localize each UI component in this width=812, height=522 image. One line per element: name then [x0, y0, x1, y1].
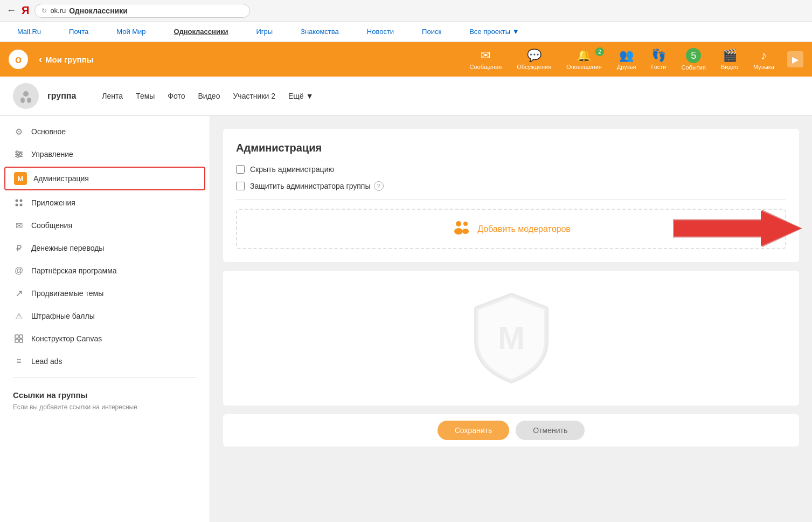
refresh-icon[interactable]: ↻	[41, 7, 47, 15]
my-groups-nav[interactable]: ‹ Мои группы	[39, 54, 94, 65]
discussions-label: Обсуждения	[517, 64, 551, 70]
notifications-icon-item[interactable]: 🔔 2 Оповещения	[560, 46, 608, 72]
tab-temy[interactable]: Темы	[136, 92, 155, 100]
sidebar-label-promoted: Продвигаемые темы	[31, 289, 103, 298]
nav-moimir[interactable]: Мой Мир	[108, 22, 154, 42]
moderators-group-icon	[452, 219, 471, 238]
url-site-name: Одноклассники	[69, 6, 128, 15]
main-layout: ⚙ Основное Управление M Администрация	[0, 116, 812, 522]
moderators-section: Добавить модераторов	[236, 209, 786, 249]
list-icon: ≡	[13, 355, 25, 367]
group-header: группа Лента Темы Фото Видео Участники 2…	[0, 77, 812, 116]
svg-marker-22	[674, 210, 801, 246]
svg-point-6	[16, 151, 18, 153]
sidebar-label-partner: Партнёрская программа	[31, 266, 117, 275]
save-button[interactable]: Сохранить	[438, 421, 510, 440]
nav-igry[interactable]: Игры	[247, 22, 281, 42]
more-label: Ещё	[288, 92, 304, 100]
envelope-icon: ✉	[13, 219, 25, 231]
messages-label: Сообщения	[469, 64, 502, 70]
cancel-button[interactable]: Отменить	[516, 421, 585, 440]
sidebar-links-section: Ссылки на группы Если вы добавите ссылки…	[0, 382, 210, 416]
friends-label: Друзья	[617, 64, 636, 70]
tab-video[interactable]: Видео	[198, 92, 220, 100]
nav-pochta[interactable]: Почта	[60, 22, 97, 42]
ok-header: о ‹ Мои группы ✉ Сообщения 💬 Обсуждения …	[0, 42, 812, 77]
back-button[interactable]: ←	[6, 5, 16, 16]
help-icon[interactable]: ?	[374, 181, 384, 191]
sidebar-item-money[interactable]: ₽ Денежные переводы	[0, 237, 210, 259]
gear-icon: ⚙	[13, 126, 25, 138]
administration-title: Администрация	[236, 142, 786, 154]
sidebar-item-basic[interactable]: ⚙ Основное	[0, 120, 210, 143]
svg-point-17	[456, 221, 461, 226]
sidebar-item-applications[interactable]: Приложения	[0, 191, 210, 214]
hide-admin-row: Скрыть администрацию	[236, 165, 786, 174]
sliders-icon	[13, 148, 25, 160]
guests-icon-item[interactable]: 👣 Гости	[644, 46, 672, 72]
guests-icon: 👣	[651, 49, 666, 63]
shield-svg: M	[471, 292, 552, 384]
guests-label: Гости	[651, 64, 666, 70]
svg-point-1	[20, 98, 25, 103]
tab-more[interactable]: Ещё ▼	[288, 92, 314, 100]
hide-admin-checkbox[interactable]	[236, 165, 245, 174]
at-icon: @	[13, 265, 25, 277]
ok-logo[interactable]: о	[9, 50, 28, 69]
protect-admin-row: Защитить администратора группы ?	[236, 181, 786, 191]
protect-admin-checkbox[interactable]	[236, 182, 245, 190]
events-icon-item[interactable]: 5 События	[675, 46, 712, 73]
sidebar-item-partner[interactable]: @ Партнёрская программа	[0, 259, 210, 282]
sidebar-item-messages[interactable]: ✉ Сообщения	[0, 214, 210, 237]
sidebar-item-administration[interactable]: M Администрация	[4, 167, 205, 190]
svg-point-9	[16, 200, 18, 202]
tab-lenta[interactable]: Лента	[102, 92, 123, 100]
music-icon: ♪	[761, 49, 767, 63]
more-chevron: ▼	[306, 92, 314, 100]
sidebar-item-leadads[interactable]: ≡ Lead ads	[0, 350, 210, 373]
admin-icon: M	[14, 172, 27, 185]
music-icon-item[interactable]: ♪ Музыка	[747, 46, 781, 72]
svg-text:M: M	[498, 320, 525, 356]
shield-illustration: M	[223, 271, 799, 406]
svg-point-20	[462, 229, 469, 234]
sidebar-item-penalty[interactable]: ⚠ Штрафные баллы	[0, 305, 210, 327]
tab-participants[interactable]: Участники 2	[233, 92, 275, 100]
sidebar-item-management[interactable]: Управление	[0, 143, 210, 166]
sidebar-label-messages: Сообщения	[31, 221, 72, 230]
messages-icon-item[interactable]: ✉ Сообщения	[463, 46, 508, 72]
sidebar-label-administration: Администрация	[33, 174, 89, 183]
tab-photo[interactable]: Фото	[168, 92, 185, 100]
play-button[interactable]: ▶	[787, 51, 803, 67]
content-area: Администрация Скрыть администрацию Защит…	[210, 116, 812, 522]
sidebar-label-basic: Основное	[31, 127, 66, 136]
sidebar-label-money: Денежные переводы	[31, 244, 104, 252]
video-icon-item[interactable]: 🎬 Видео	[714, 46, 745, 72]
sidebar-item-canvas[interactable]: Конструктор Canvas	[0, 327, 210, 350]
sidebar-label-canvas: Конструктор Canvas	[31, 334, 102, 343]
sidebar-divider	[13, 377, 197, 377]
add-moderators-label: Добавить модераторов	[477, 224, 571, 234]
browser-bar: ← Я ↻ ok.ru Одноклассники	[0, 0, 812, 22]
header-icons: ✉ Сообщения 💬 Обсуждения 🔔 2 Оповещения …	[463, 46, 803, 73]
links-section-text: Если вы добавите ссылки на интересные	[13, 403, 197, 412]
nav-mailru[interactable]: Mail.Ru	[9, 22, 50, 42]
notifications-badge: 2	[595, 47, 604, 56]
video-icon: 🎬	[723, 49, 737, 63]
events-icon: 5	[686, 48, 701, 63]
discussions-icon-item[interactable]: 💬 Обсуждения	[510, 46, 558, 72]
video-label: Видео	[721, 64, 738, 70]
my-groups-label: Мои группы	[45, 55, 94, 64]
nav-allprojects[interactable]: Все проекты ▼	[461, 22, 528, 42]
nav-poisk[interactable]: Поиск	[413, 22, 450, 42]
nav-novosti[interactable]: Новости	[358, 22, 402, 42]
nav-znakomstva[interactable]: Знакомства	[292, 22, 348, 42]
url-bar[interactable]: ↻ ok.ru Одноклассники	[34, 4, 250, 18]
sidebar-label-penalty: Штрафные баллы	[31, 312, 95, 320]
back-chevron: ‹	[39, 54, 42, 65]
links-section-title: Ссылки на группы	[13, 390, 197, 400]
sidebar-item-promoted[interactable]: ↗ Продвигаемые темы	[0, 282, 210, 305]
nav-odnoklassniki[interactable]: Одноклассники	[165, 22, 237, 42]
friends-icon-item[interactable]: 👥 Друзья	[610, 46, 643, 72]
notifications-label: Оповещения	[566, 64, 602, 70]
